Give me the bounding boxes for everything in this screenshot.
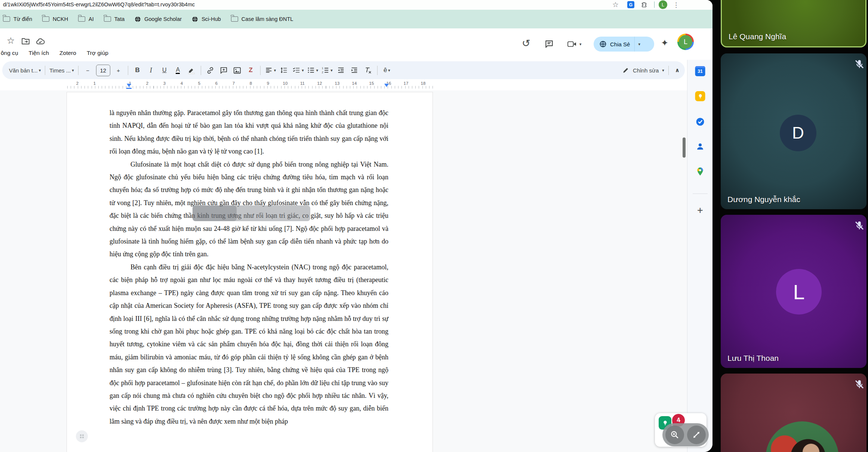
bulleted-list-dropdown[interactable]: ▾	[305, 64, 320, 77]
zoom-in-button[interactable]	[665, 425, 684, 444]
bookmark-folder[interactable]: NCKH	[42, 16, 68, 22]
font-size-input[interactable]: 12	[96, 65, 110, 76]
folder-icon	[104, 16, 111, 22]
document-canvas[interactable]: là nguyên nhân thường gặp. Paracetamol g…	[0, 90, 687, 452]
mic-off-icon	[854, 379, 865, 390]
zoom-controls	[662, 423, 709, 446]
zotero-button[interactable]: Z	[244, 64, 258, 77]
divider	[201, 66, 201, 75]
insert-image-button[interactable]	[231, 64, 244, 77]
bookmark-link[interactable]: Google Scholar	[135, 16, 182, 22]
line-spacing-button[interactable]	[277, 64, 291, 77]
ruler-number: 2	[76, 81, 79, 86]
version-history-icon[interactable]: ↺	[522, 38, 530, 49]
participant-tile[interactable]: L Lưu Thị Thoan	[721, 215, 867, 368]
share-button[interactable]: Chia Sẻ ▾	[594, 37, 654, 52]
ruler-number: 4	[181, 81, 183, 86]
ruler-number: 11	[300, 81, 305, 86]
maps-icon[interactable]	[695, 167, 705, 178]
input-tools-dropdown[interactable]: ê▾	[380, 64, 394, 77]
insert-comment-button[interactable]	[217, 64, 231, 77]
paragraph-style-dropdown[interactable]: Văn bản t...▾	[7, 64, 42, 77]
extensions-icon[interactable]	[641, 1, 648, 10]
decrease-font-button[interactable]: −	[81, 64, 95, 77]
text-color-button[interactable]: A	[176, 66, 180, 74]
chevron-down-icon: ▾	[579, 42, 582, 47]
bookmark-label: Case lâm sàng ĐNTL	[241, 16, 293, 22]
checklist-dropdown[interactable]: ▾	[291, 64, 305, 77]
bookmark-star-icon[interactable]: ☆	[612, 1, 619, 9]
scrollbar-thumb[interactable]	[683, 137, 686, 158]
ruler[interactable]: 2 1 1 2 3 4 5 6 7 8 9 10 11 12 13 14 15 …	[0, 81, 687, 91]
ruler-number: 15	[369, 81, 374, 86]
workspace-side-panel: 31 +	[687, 60, 712, 452]
docs-header: ☆ ông cụ Tiện ích Zotero Trợ giúp ↺ ▾	[0, 28, 712, 60]
toolbar-right-group: Chỉnh sửa ▾ ∧	[621, 64, 680, 77]
ruler-number: 10	[283, 81, 288, 86]
clear-formatting-button[interactable]	[361, 64, 375, 77]
increase-font-button[interactable]: +	[112, 64, 125, 77]
font-dropdown[interactable]: Times ...▾	[48, 64, 75, 77]
doc-paragraph[interactable]: Bên cạnh điều trị giải độc đặc hiệu bằng…	[110, 261, 388, 428]
move-folder-icon[interactable]	[21, 37, 30, 47]
contacts-icon[interactable]	[695, 142, 705, 153]
menu-extensions[interactable]: Tiện ích	[28, 49, 50, 57]
insert-link-button[interactable]	[204, 64, 217, 77]
browser-profile-avatar[interactable]: L	[659, 0, 667, 9]
menu-zotero[interactable]: Zotero	[59, 49, 77, 57]
numbered-list-dropdown[interactable]: 12 ▾	[320, 64, 334, 77]
tasks-icon[interactable]	[695, 117, 705, 129]
side-panel-add-icon[interactable]: +	[697, 205, 703, 216]
highlight-color-button[interactable]	[185, 64, 198, 77]
expand-button[interactable]	[687, 425, 706, 444]
participant-tile[interactable]: D Dương Nguyễn khắc	[721, 53, 867, 209]
account-avatar[interactable]: L	[677, 34, 694, 50]
translate-icon[interactable]: G	[627, 1, 634, 8]
cloud-saved-icon[interactable]	[36, 37, 45, 48]
url-text[interactable]: d/1wkIXi05jWxf5r45Yoim54tS-erwgrL2ilZ6Ow…	[3, 1, 195, 7]
align-dropdown[interactable]: ▾	[263, 64, 278, 77]
ruler-number: 3	[163, 81, 166, 86]
ruler-number: 17	[404, 81, 409, 86]
comments-icon[interactable]	[544, 39, 554, 50]
first-line-indent-marker[interactable]	[127, 84, 131, 87]
right-indent-marker[interactable]	[384, 84, 389, 87]
pencil-icon	[622, 66, 630, 74]
bookmark-folder[interactable]: Tata	[104, 16, 124, 22]
decrease-indent-button[interactable]	[334, 64, 348, 77]
underline-button[interactable]: U	[158, 64, 171, 77]
bookmark-folder[interactable]: AI	[78, 16, 94, 22]
meet-call-button[interactable]: ▾	[567, 40, 582, 48]
participant-avatar: D	[780, 115, 816, 151]
bookmark-link[interactable]: Sci-Hub	[192, 16, 221, 22]
gemini-sparkle-icon[interactable]: ✦	[661, 38, 668, 48]
bookmark-label: Tata	[114, 16, 124, 22]
left-indent-marker[interactable]	[126, 88, 132, 89]
bold-button[interactable]: B	[131, 64, 144, 77]
doc-star-icon[interactable]: ☆	[7, 36, 15, 46]
doc-paragraph[interactable]: là nguyên nhân thường gặp. Paracetamol g…	[110, 106, 388, 158]
bookmark-label: AI	[89, 16, 94, 22]
share-dropdown-icon[interactable]: ▾	[638, 42, 640, 47]
editing-mode-dropdown[interactable]: Chỉnh sửa ▾	[621, 64, 666, 77]
participant-tile-speaking[interactable]: Lê Quang Nghĩa	[721, 0, 867, 47]
keep-icon[interactable]	[695, 91, 705, 101]
ruler-number: 6	[215, 81, 218, 86]
menu-tools[interactable]: ông cụ	[0, 49, 19, 57]
url-bar[interactable]: d/1wkIXi05jWxf5r45Yoim54tS-erwgrL2ilZ6Ow…	[0, 0, 712, 10]
browser-menu-icon[interactable]: ⋮	[673, 1, 679, 9]
calendar-icon[interactable]: 31	[695, 66, 705, 76]
increase-indent-button[interactable]	[348, 64, 361, 77]
italic-button[interactable]: I	[144, 64, 158, 77]
mic-off-icon	[854, 59, 865, 70]
mic-off-icon	[854, 220, 865, 231]
document-page[interactable]: là nguyên nhân thường gặp. Paracetamol g…	[67, 92, 433, 452]
bookmark-folder[interactable]: Case lâm sàng ĐNTL	[231, 16, 293, 22]
ruler-number: 9	[267, 81, 269, 86]
participant-tile[interactable]	[721, 374, 867, 452]
divider	[45, 66, 45, 75]
menu-help[interactable]: Trợ giúp	[86, 49, 109, 57]
hide-menus-icon[interactable]: ∧	[675, 67, 680, 74]
bookmark-folder[interactable]: Từ điển	[3, 16, 32, 22]
faded-page-widget[interactable]	[76, 430, 88, 442]
